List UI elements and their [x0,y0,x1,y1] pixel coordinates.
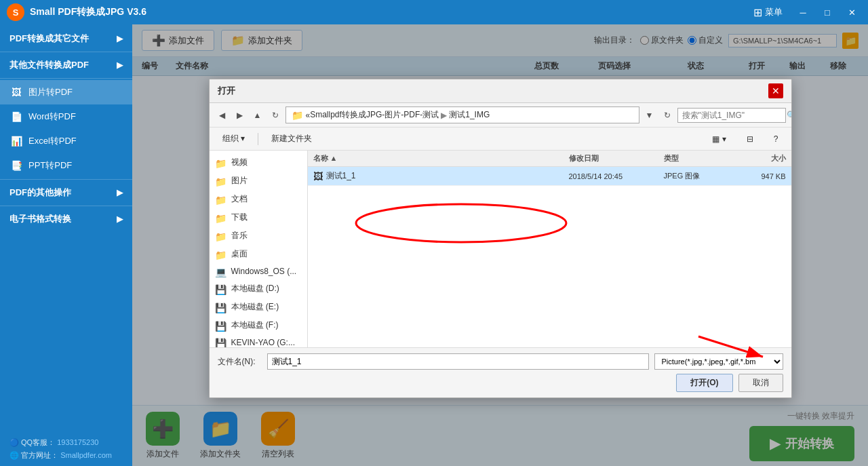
search-box[interactable]: 🔍 [677,108,786,123]
nav-back-button[interactable]: ◀ [215,108,230,123]
refresh-button2[interactable]: ↻ [660,108,675,123]
sidebar-item-pdf-to-other[interactable]: PDF转换成其它文件 ▶ [0,27,132,50]
col-size-header[interactable]: 大小 [732,153,786,163]
sidebar-divider-4 [0,206,132,206]
sort-icon: ▲ [330,154,338,162]
video-folder-icon: 📁 [215,158,227,168]
breadcrumb-part1: « [306,111,311,120]
content-area: ➕ 添加文件 📁 添加文件夹 输出目录： 原文件夹 自定义 📁 [132,24,868,466]
desktop-folder-icon: 📁 [215,250,227,259]
sidebar: PDF转换成其它文件 ▶ 其他文件转换成PDF ▶ 🖼 图片转PDF 📄 Wor… [0,24,132,466]
dialog-cancel-button[interactable]: 取消 [738,374,783,392]
dropdown-button[interactable]: ▼ [642,108,657,123]
nav-item-windows8[interactable]: 💻 Windows8_OS (... [210,263,307,279]
close-button[interactable]: ✕ [842,5,861,20]
ppt-pdf-icon: 📑 [9,159,23,172]
help-icon: ? [774,134,778,144]
address-path[interactable]: 📁 « Smallpdf转换成JPG-图片-PDF-测试 ▶ 测试1_IMG [285,106,639,123]
dialog-titlebar: 打开 ✕ [210,79,791,103]
open-file-dialog: 打开 ✕ ◀ ▶ ▲ ↻ 📁 « Smallpdf转换成JPG-图片-PDF-测… [209,79,792,398]
details-icon: ⊟ [747,134,753,144]
sidebar-item-img-to-pdf[interactable]: 🖼 图片转PDF [0,80,132,104]
nav-item-downloads[interactable]: 📁 下载 [210,208,307,227]
file-type-cell: JPEG 图像 [664,171,732,181]
new-folder-button[interactable]: 新建文件夹 [264,130,319,147]
website-info: 🌐 官方网址： Smallpdfer.com [9,450,123,461]
menu-button[interactable]: ⊞ 菜单 [753,6,783,19]
sidebar-item-ebook[interactable]: 电子书格式转换 ▶ [0,208,132,231]
drive-d-icon: 💾 [215,284,227,294]
breadcrumb-main: Smallpdf转换成JPG-图片-PDF-测试 [310,109,439,121]
view-icon: ▦ ▾ [712,134,726,144]
nav-forward-button[interactable]: ▶ [233,108,248,123]
sidebar-item-pdf-ops[interactable]: PDF的其他操作 ▶ [0,181,132,204]
excel-pdf-icon: 📊 [9,134,23,148]
sidebar-divider [0,52,132,52]
dialog-title: 打开 [218,85,235,97]
window-controls: ─ □ ✕ [793,5,861,20]
minimize-button[interactable]: ─ [793,5,812,20]
help-button[interactable]: ? [766,132,786,147]
file-list-header: 名称 ▲ 修改日期 类型 大小 [308,151,791,167]
file-name-cell: 🖼 测试1_1 [313,170,569,182]
breadcrumb-current: 测试1_IMG [449,109,490,121]
file-list-item[interactable]: 🖼 测试1_1 2018/5/14 20:45 JPEG 图像 947 KB [308,167,791,186]
chevron-right-icon: ▶ [117,34,123,43]
nav-item-music[interactable]: 📁 音乐 [210,227,307,245]
file-date-cell: 2018/5/14 20:45 [569,172,664,180]
qq-service: 🔵 QQ客服： 1933175230 [9,438,123,448]
main-layout: PDF转换成其它文件 ▶ 其他文件转换成PDF ▶ 🖼 图片转PDF 📄 Wor… [0,24,868,466]
dialog-open-button[interactable]: 打开(O) [676,374,732,392]
dialog-toolbar: 组织 ▾ 新建文件夹 ▦ ▾ ⊟ ? [210,128,791,151]
sidebar-item-other-to-pdf[interactable]: 其他文件转换成PDF ▶ [0,54,132,77]
view-options-button[interactable]: ▦ ▾ [705,132,733,147]
music-folder-icon: 📁 [215,231,227,241]
toolbar-separator [258,133,258,145]
dialog-overlay: 打开 ✕ ◀ ▶ ▲ ↻ 📁 « Smallpdf转换成JPG-图片-PDF-测… [132,24,868,466]
dialog-action-row: 打开(O) 取消 [218,374,783,392]
pictures-folder-icon: 📁 [215,176,227,186]
sidebar-wrapper: PDF转换成其它文件 ▶ 其他文件转换成PDF ▶ 🖼 图片转PDF 📄 Wor… [0,24,132,466]
maximize-button[interactable]: □ [818,5,837,20]
search-input[interactable] [682,111,784,120]
nav-refresh-button[interactable]: ↻ [268,108,283,123]
sidebar-item-ppt-to-pdf[interactable]: 📑 PPT转PDF [0,153,132,178]
filetype-select[interactable]: Picture(*.jpg,*.jpeg,*.gif,*.bm [654,353,783,370]
nav-item-drive-d[interactable]: 💾 本地磁盘 (D:) [210,279,307,298]
breadcrumb-sep: ▶ [441,111,447,120]
nav-item-video[interactable]: 📁 视频 [210,153,307,172]
folder-icon: 📁 [292,110,303,121]
nav-item-kevin-yao[interactable]: 💾 KEVIN-YAO (G:... [210,334,307,347]
titlebar: S Small PDF转换成JPG V3.6 ⊞ 菜单 ─ □ ✕ [0,0,868,24]
dialog-sidebar: 📁 视频 📁 图片 📁 文档 📁 下载 [210,151,308,347]
drive-e-icon: 💾 [215,303,227,312]
sidebar-item-word-to-pdf[interactable]: 📄 Word转PDF [0,104,132,129]
col-date-header[interactable]: 修改日期 [569,153,664,163]
dialog-body: 📁 视频 📁 图片 📁 文档 📁 下载 [210,151,791,347]
nav-item-documents[interactable]: 📁 文档 [210,190,307,208]
organize-button[interactable]: 组织 ▾ [215,130,252,147]
filename-input[interactable] [267,353,649,370]
nav-item-drive-e[interactable]: 💾 本地磁盘 (E:) [210,298,307,316]
sidebar-item-excel-to-pdf[interactable]: 📊 Excel转PDF [0,129,132,153]
drive-g-icon: 💾 [215,338,227,347]
windows-drive-icon: 💻 [215,267,227,276]
filename-row: 文件名(N): Picture(*.jpg,*.jpeg,*.gif,*.bm [218,353,783,370]
nav-item-drive-f[interactable]: 💾 本地磁盘 (F:) [210,316,307,334]
documents-folder-icon: 📁 [215,195,227,204]
col-type-header[interactable]: 类型 [664,153,732,163]
nav-up-button[interactable]: ▲ [250,108,265,123]
col-name-header[interactable]: 名称 ▲ [313,153,569,163]
details-button[interactable]: ⊟ [739,132,761,147]
downloads-folder-icon: 📁 [215,213,227,222]
search-icon: 🔍 [787,111,792,120]
file-size-cell: 947 KB [732,172,786,180]
app-title: Small PDF转换成JPG V3.6 [30,6,753,18]
chevron-right-icon-3: ▶ [117,214,123,224]
sidebar-divider-2 [0,78,132,79]
nav-item-pictures[interactable]: 📁 图片 [210,172,307,190]
app-logo: S [7,3,24,21]
chevron-right-icon: ▶ [117,60,123,70]
dialog-close-button[interactable]: ✕ [768,83,783,98]
nav-item-desktop[interactable]: 📁 桌面 [210,245,307,263]
